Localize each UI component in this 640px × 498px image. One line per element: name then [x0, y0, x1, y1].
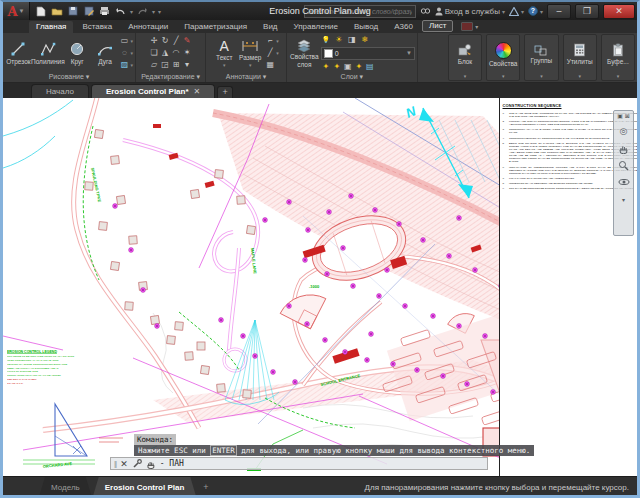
- stretch-icon[interactable]: ▱: [149, 60, 159, 70]
- app-menu-button[interactable]: A ▼: [3, 2, 30, 20]
- layer-freeze-icon[interactable]: ▣: [343, 62, 353, 72]
- close-tab-icon[interactable]: ✕: [194, 87, 201, 96]
- pan-hand-icon[interactable]: [618, 142, 630, 154]
- panel-groups[interactable]: Группы ▾: [524, 34, 558, 81]
- panel-clipboard[interactable]: Буфе... ▾: [601, 34, 635, 81]
- panel-label-modify[interactable]: Редактирование ▾: [136, 72, 205, 82]
- utilities-flyout[interactable]: ▾: [578, 73, 581, 80]
- layer-thaw-icon[interactable]: ☀: [334, 35, 344, 45]
- orbit-icon[interactable]: [618, 176, 630, 188]
- redo-button[interactable]: [136, 5, 149, 17]
- model-tab[interactable]: Модель: [39, 477, 92, 497]
- layer-lock-icon[interactable]: ◨: [347, 35, 357, 45]
- block-flyout[interactable]: ▾: [464, 73, 467, 80]
- wrench-icon[interactable]: [132, 455, 142, 473]
- fillet-icon[interactable]: ◠: [171, 48, 181, 58]
- rotate-icon[interactable]: ↻: [160, 36, 170, 46]
- modify-more-icon[interactable]: ▾: [182, 60, 192, 70]
- panel-properties[interactable]: Свойства ▾: [486, 34, 520, 81]
- layer-properties-button[interactable]: Свойства слоя: [289, 39, 320, 68]
- circle-button[interactable]: Круг: [64, 41, 91, 65]
- help-icon[interactable]: ?▾: [528, 6, 543, 16]
- plot-button[interactable]: [98, 5, 111, 17]
- ribbon-tab-вставка[interactable]: Вставка: [75, 21, 119, 33]
- arc-button[interactable]: Дуга: [92, 41, 119, 65]
- text-button[interactable]: A Текст▾: [213, 39, 235, 68]
- save-as-button[interactable]: [82, 5, 95, 17]
- redo-dropdown[interactable]: ▾: [152, 8, 155, 15]
- clipboard-flyout[interactable]: ▾: [617, 73, 620, 80]
- ribbon-tab-a360[interactable]: A360: [387, 21, 420, 33]
- workspace-switch-button[interactable]: ▾: [461, 22, 478, 31]
- layer-off-icon[interactable]: ✦: [354, 62, 364, 72]
- layout-tab[interactable]: Erosion Control Plan: [93, 477, 197, 497]
- panel-utilities[interactable]: Утилиты ▾: [563, 34, 597, 81]
- hatch-icon[interactable]: ▨: [119, 60, 129, 70]
- panel-label-annotation[interactable]: Аннотации ▾: [206, 72, 286, 82]
- undo-button[interactable]: [114, 5, 127, 17]
- a360-apps-icon[interactable]: ▾: [509, 7, 524, 16]
- ribbon-tab-аннотации[interactable]: Аннотации: [121, 21, 175, 33]
- panel-label-draw[interactable]: Рисование ▾: [3, 72, 135, 82]
- layer-isolate-icon[interactable]: ✦: [321, 62, 331, 72]
- file-tab-drawing[interactable]: Erosion Control Plan* ✕: [91, 84, 215, 98]
- command-bar-grip[interactable]: ||: [114, 459, 116, 468]
- command-close-icon[interactable]: ✕: [120, 459, 128, 469]
- ribbon-tab-главная[interactable]: Главная: [29, 21, 73, 33]
- search-icon[interactable]: [420, 7, 431, 16]
- leader-icon[interactable]: ⌐: [265, 36, 275, 46]
- minimize-button[interactable]: –: [547, 4, 571, 19]
- panel-block[interactable]: Блок ▾: [448, 34, 482, 81]
- layer-on-icon[interactable]: 💡: [321, 35, 331, 45]
- explode-icon[interactable]: ✶: [182, 48, 192, 58]
- search-input[interactable]: [304, 5, 416, 18]
- layer-unisolate-icon[interactable]: ✦: [332, 62, 342, 72]
- sign-in-button[interactable]: Вход в службы▾: [435, 7, 505, 16]
- full-navigation-wheel-icon[interactable]: ◎: [618, 125, 630, 137]
- ribbon-tab-вывод[interactable]: Вывод: [347, 21, 385, 33]
- mleader-icon[interactable]: ╱: [265, 48, 275, 58]
- panel-annotation: A Текст▾ Размер▾ ⌐▾ ╱▾ ▦ Аннотации ▾: [206, 33, 287, 82]
- zoom-icon[interactable]: [618, 159, 630, 171]
- navbar-close-icon[interactable]: ⊠: [625, 113, 630, 119]
- array-icon[interactable]: ⊞: [171, 60, 181, 70]
- text-icon: A: [220, 39, 229, 53]
- navbar-wheel-menu-icon[interactable]: ▣: [617, 113, 623, 119]
- groups-flyout[interactable]: ▾: [540, 73, 543, 80]
- navbar-more-icon[interactable]: ▾: [618, 193, 630, 205]
- new-file-button[interactable]: [34, 5, 47, 17]
- properties-flyout[interactable]: ▾: [502, 73, 505, 80]
- file-tab-start[interactable]: Начало: [31, 84, 89, 98]
- ribbon-tab-вид[interactable]: Вид: [256, 21, 284, 33]
- new-tab-button[interactable]: +: [217, 86, 233, 98]
- panel-label-layers[interactable]: Слои ▾: [287, 72, 417, 82]
- layer-freeze-icon[interactable]: ❄: [360, 35, 370, 45]
- qat-customize-dropdown[interactable]: ▾: [158, 8, 161, 15]
- restore-button[interactable]: ❐: [575, 4, 599, 19]
- polyline-button[interactable]: Полилиния: [33, 41, 63, 65]
- open-file-button[interactable]: [50, 5, 63, 17]
- erase-icon[interactable]: ✎: [182, 36, 192, 46]
- layer-dropdown[interactable]: 0 ▼: [321, 47, 415, 60]
- ribbon-tab-управление[interactable]: Управление: [287, 21, 345, 33]
- undo-dropdown[interactable]: ▾: [130, 8, 133, 15]
- ribbon-tab-лист[interactable]: Лист: [422, 20, 453, 32]
- new-layout-button[interactable]: +: [197, 477, 214, 497]
- navigation-bar[interactable]: ▣ ⊠ ◎ ▾: [613, 110, 634, 236]
- ellipse-icon[interactable]: ◌: [119, 48, 129, 58]
- move-icon[interactable]: ✢: [149, 36, 159, 46]
- dimension-button[interactable]: Размер▾: [236, 39, 264, 68]
- ribbon-tab-параметризация[interactable]: Параметризация: [177, 21, 254, 33]
- drawing-canvas[interactable]: N SPAULDING TPKEORCHARD AVEMAPLE LANESCH…: [3, 98, 637, 476]
- copy-icon[interactable]: ❏: [149, 48, 159, 58]
- layer-match-icon[interactable]: ▤: [365, 62, 375, 72]
- rectangle-icon[interactable]: ▭: [119, 36, 129, 46]
- table-icon[interactable]: ▦: [265, 60, 275, 70]
- save-button[interactable]: [66, 5, 79, 17]
- trim-icon[interactable]: ╱: [171, 36, 181, 46]
- mirror-icon[interactable]: ◮: [160, 48, 170, 58]
- scale-icon[interactable]: ◲: [160, 60, 170, 70]
- line-button[interactable]: Отрезок: [5, 41, 32, 65]
- command-input-bar[interactable]: || ✕ - ПАН: [110, 457, 488, 470]
- close-button[interactable]: ✕: [603, 4, 635, 19]
